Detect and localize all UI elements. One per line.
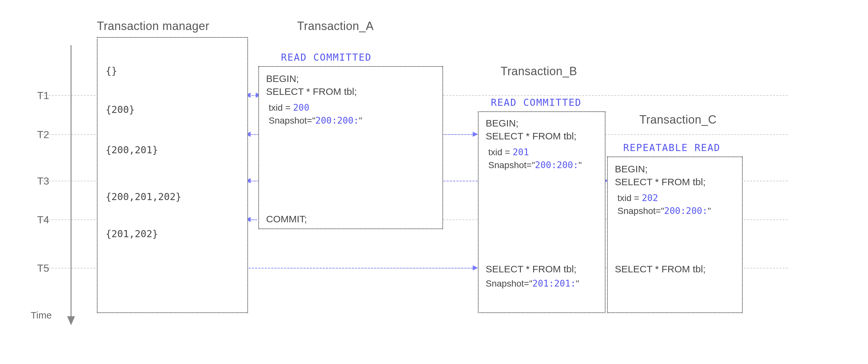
tm-state-3: {200,201,202} xyxy=(105,191,182,202)
tm-state-1: {200} xyxy=(105,104,135,115)
tm-state-4: {201,202} xyxy=(105,228,158,239)
iso-label-c: REPEATABLE READ xyxy=(623,142,720,153)
txn-b-snap2: Snapshot="201:201:" xyxy=(486,278,579,289)
txn-b-box: BEGIN; SELECT * FROM tbl; txid = 201 Sna… xyxy=(478,111,606,313)
txn-a-begin: BEGIN; xyxy=(266,73,299,84)
txn-c-box: BEGIN; SELECT * FROM tbl; txid = 202 Sna… xyxy=(607,157,743,313)
txn-c-snap: Snapshot="200:200:" xyxy=(617,205,711,216)
col-title-b: Transaction_B xyxy=(500,65,577,78)
txn-b-snap-val: 200:200: xyxy=(535,160,579,170)
row-label-t5: T5 xyxy=(37,262,49,274)
row-label-t4: T4 xyxy=(37,214,49,226)
txn-a-box: BEGIN; SELECT * FROM tbl; txid = 200 Sna… xyxy=(258,66,443,229)
txn-b-snap2-suffix: " xyxy=(576,278,579,289)
arrow-t5-right-head xyxy=(471,265,478,271)
svg-marker-3 xyxy=(473,132,478,137)
col-title-tm: Transaction manager xyxy=(97,20,209,33)
txn-a-txid-prefix: txid = xyxy=(269,103,293,112)
col-title-a: Transaction_A xyxy=(297,20,374,33)
tm-state-0: {} xyxy=(105,65,117,76)
txn-a-select: SELECT * FROM tbl; xyxy=(266,86,357,97)
txn-b-begin: BEGIN; xyxy=(486,118,519,129)
txn-c-select: SELECT * FROM tbl; xyxy=(615,176,706,188)
iso-label-b: READ COMMITTED xyxy=(491,97,582,108)
txn-b-txid: txid = 201 xyxy=(488,147,529,158)
txn-a-snap-suffix: " xyxy=(359,115,362,126)
txn-b-snap: Snapshot="200:200:" xyxy=(488,160,582,170)
row-label-t2: T2 xyxy=(37,129,49,141)
txn-b-snap-prefix: Snapshot=" xyxy=(488,160,535,170)
txn-c-begin: BEGIN; xyxy=(615,164,648,174)
tm-state-2: {200,201} xyxy=(105,144,158,156)
iso-label-a: READ COMMITTED xyxy=(281,52,372,63)
txn-a-txid-val: 200 xyxy=(293,102,309,113)
txn-b-txid-val: 201 xyxy=(513,147,529,158)
tm-box: {} {200} {200,201} {200,201,202} {201,20… xyxy=(97,37,248,313)
time-axis xyxy=(65,45,78,326)
txn-c-txid-val: 202 xyxy=(642,193,658,203)
txn-c-txid-prefix: txid = xyxy=(617,193,642,203)
txn-b-snap-suffix: " xyxy=(578,160,582,170)
txn-c-snap-prefix: Snapshot=" xyxy=(617,206,664,216)
txn-b-select: SELECT * FROM tbl; xyxy=(486,131,577,142)
arrow-t5 xyxy=(249,268,473,268)
txn-b-snap2-prefix: Snapshot=" xyxy=(486,278,532,289)
txn-b-select2: SELECT * FROM tbl; xyxy=(486,264,577,275)
col-title-c: Transaction_C xyxy=(640,113,717,127)
txn-a-commit: COMMIT; xyxy=(266,213,307,225)
row-label-t1: T1 xyxy=(37,90,49,102)
txn-c-snap-val: 200:200: xyxy=(664,205,708,216)
diagram-root: { "columns": { "tm": { "title": "Transac… xyxy=(0,0,868,364)
svg-marker-7 xyxy=(473,265,478,270)
txn-a-txid: txid = 200 xyxy=(269,102,309,113)
row-label-t3: T3 xyxy=(37,175,49,187)
txn-c-select2: SELECT * FROM tbl; xyxy=(615,264,706,275)
txn-b-txid-prefix: txid = xyxy=(488,147,513,157)
txn-b-snap2-val: 201:201: xyxy=(532,278,576,289)
txn-a-snap: Snapshot="200:200:" xyxy=(269,115,362,126)
time-axis-label: Time xyxy=(31,310,52,321)
txn-a-snap-prefix: Snapshot=" xyxy=(269,115,315,126)
txn-c-snap-suffix: " xyxy=(708,206,711,216)
txn-c-txid: txid = 202 xyxy=(617,193,658,203)
svg-marker-9 xyxy=(67,316,75,325)
txn-a-snap-val: 200:200: xyxy=(315,115,359,126)
arrow-t2-right-head xyxy=(471,131,478,137)
